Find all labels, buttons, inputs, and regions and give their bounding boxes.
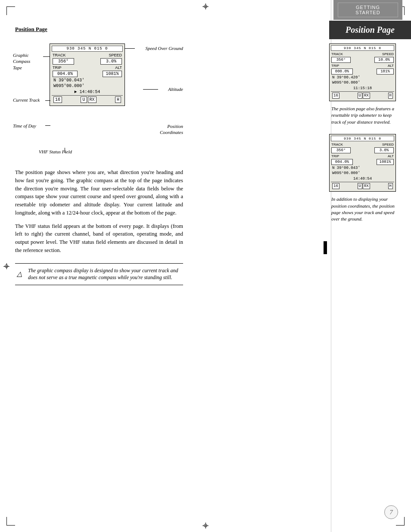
- track-speed-labels-2: TRACK SPEED: [331, 52, 394, 56]
- track-label-2: TRACK: [331, 52, 343, 56]
- time-2: 11:15:18: [331, 85, 394, 91]
- gps-device-3: 930 345 N 015 0 TRACK SPEED 356° 3.0% TR…: [329, 134, 396, 192]
- warning-icon: △: [17, 269, 22, 279]
- status-rx-3: RX: [363, 183, 370, 189]
- status-row-1: 16 U RX H: [52, 95, 123, 104]
- status-row-2: 16 U RX H: [331, 91, 394, 100]
- track-value-2: 356°: [331, 57, 351, 63]
- alt-value-1: 1081%: [103, 71, 122, 77]
- position-page-header-text: Position Page: [346, 25, 395, 34]
- time-1: ► 14:40:54: [52, 89, 123, 95]
- status-h-2: H: [388, 93, 393, 99]
- coord1-1: N 39°00.043': [52, 78, 123, 83]
- status-u-2: U: [358, 93, 362, 99]
- annotation-current-track: Current Track: [13, 97, 40, 103]
- bottom-crosshair: [202, 523, 209, 529]
- annotation-graphic-compass: Graphic Compass Tape: [13, 52, 30, 71]
- status-ch-2: 16: [332, 93, 339, 99]
- coord2-2: W095°00.000': [331, 80, 394, 85]
- coord1-2: N 39°00.420': [331, 75, 394, 80]
- trip-value-3: 004.0%: [331, 159, 353, 165]
- trip-alt-labels-2: TRIP ALT: [331, 63, 394, 68]
- time-3: 14:40:54: [331, 176, 394, 182]
- page-number: 7: [384, 505, 398, 519]
- speed-value-1: 3.0%: [100, 58, 122, 65]
- track-speed-labels: TRACK SPEED: [52, 53, 123, 58]
- trip-label-3: TRIP: [331, 154, 339, 158]
- annotation-altitude: Altitude: [168, 87, 183, 92]
- gps-device-2: 930 345 N 015 0 TRACK SPEED 356° 10.0% T…: [329, 44, 396, 101]
- status-u-1: U: [81, 96, 87, 103]
- section-marker: [324, 241, 327, 254]
- status-rx-2: RX: [363, 93, 370, 99]
- speed-label-2: SPEED: [382, 52, 394, 56]
- left-column: Position Page Graphic Compass Tape Speed…: [15, 26, 183, 285]
- right-gps-container: 930 345 N 015 0 TRACK SPEED 356° 10.0% T…: [325, 39, 411, 229]
- status-row-3: 16 U RX H: [331, 182, 394, 190]
- trip-alt-values-2: 000.0% 181%: [331, 68, 394, 75]
- trip-alt-labels-3: TRIP ALT: [331, 154, 394, 159]
- speed-label-1: SPEED: [109, 53, 122, 57]
- annot-line-track: [45, 100, 50, 101]
- speed-label-3: SPEED: [382, 143, 394, 146]
- trip-value-2: 000.0%: [331, 68, 353, 75]
- trip-alt-values-3: 004.0% 1081%: [331, 159, 394, 165]
- status-h-3: H: [388, 183, 393, 189]
- annot-line-time: [45, 125, 50, 126]
- speed-value-3: 3.0%: [374, 147, 394, 153]
- warning-text: The graphic compass display is designed …: [28, 268, 178, 281]
- trip-alt-values: 004.0% 1081%: [52, 70, 123, 78]
- alt-label-2: ALT: [388, 64, 394, 68]
- track-label-1: TRACK: [53, 53, 66, 57]
- right-column: Getting Started Position Page 930 345 N …: [325, 0, 411, 229]
- position-page-header: Position Page: [329, 21, 411, 39]
- trip-value-1: 004.0%: [53, 71, 78, 77]
- track-speed-values-2: 356° 10.0%: [331, 56, 394, 63]
- caption-2: In addition to displaying your position …: [329, 194, 398, 225]
- compass-tape-1: 930 345 N 015 0: [52, 46, 123, 52]
- annotation-time: Time of Day: [13, 123, 36, 128]
- annotation-vhf: VHF Status Field: [39, 149, 72, 154]
- status-h-1: H: [115, 96, 121, 103]
- left-crosshair: [3, 263, 9, 269]
- coord1-3: N 39°00.043': [331, 165, 394, 171]
- device-diagram-area: Graphic Compass Tape Speed Over Ground 9…: [15, 39, 183, 160]
- alt-label-3: ALT: [388, 154, 394, 158]
- tab-line2: Started: [342, 10, 394, 15]
- corner-mark-bl: [6, 517, 15, 526]
- trip-label-2: TRIP: [331, 64, 339, 68]
- track-value-1: 356°: [53, 58, 74, 65]
- track-label-3: TRACK: [331, 143, 343, 146]
- top-crosshair: [202, 3, 209, 9]
- track-value-3: 356°: [331, 147, 351, 153]
- track-speed-values: 356° 3.0%: [52, 58, 123, 65]
- status-u-3: U: [358, 183, 362, 189]
- alt-value-2: 181%: [377, 68, 394, 75]
- tab-line1: Getting: [342, 5, 394, 10]
- annot-line-alt: [143, 89, 158, 90]
- annotation-position-coords: Position Coordinates: [160, 123, 183, 136]
- annot-line-vhf: [65, 148, 65, 153]
- corner-mark-br: [396, 517, 405, 526]
- annotation-speed: Speed Over Ground: [145, 46, 183, 51]
- status-ch-1: 16: [53, 96, 62, 103]
- page-number-text: 7: [389, 509, 393, 516]
- body-paragraph-1: The position page shows where you are, w…: [15, 168, 183, 255]
- corner-mark-tl: [6, 6, 15, 15]
- trip-alt-labels: TRIP ALT: [52, 65, 123, 70]
- coord2-1: W095°00.000': [52, 83, 123, 89]
- status-ch-3: 16: [332, 183, 339, 189]
- track-speed-values-3: 356° 3.0%: [331, 147, 394, 154]
- alt-value-3: 1081%: [377, 159, 394, 165]
- trip-label-1: TRIP: [53, 65, 62, 70]
- warning-box: △ The graphic compass display is designe…: [15, 263, 183, 286]
- caption-1: The position page also features a resett…: [329, 103, 398, 128]
- section-title: Position Page: [15, 26, 183, 33]
- coord2-3: W095°00.000': [331, 171, 394, 176]
- compass-tape-2: 930 345 N 015 0: [331, 45, 394, 51]
- track-speed-labels-3: TRACK SPEED: [331, 142, 394, 147]
- compass-tape-3: 930 345 N 015 0: [331, 136, 394, 141]
- alt-label-1: ALT: [115, 65, 122, 70]
- tab-inner: Getting Started: [338, 3, 398, 17]
- gps-device-1: 930 345 N 015 0 TRACK SPEED 356° 3.0% TR…: [50, 44, 125, 106]
